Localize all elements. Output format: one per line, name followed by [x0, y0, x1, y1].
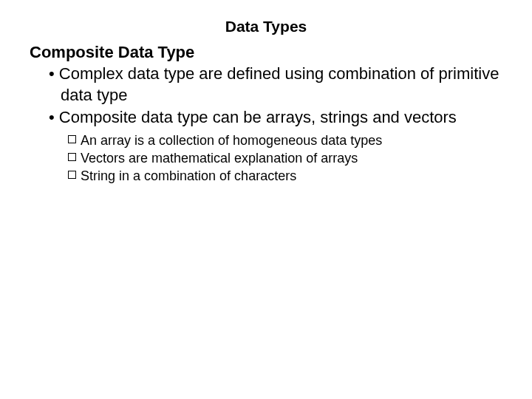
bullet-item: Composite data type can be arrays, strin… — [40, 107, 502, 129]
slide-title: Data Types — [30, 18, 502, 35]
sub-bullet-list: An array is a collection of homogeneous … — [68, 132, 502, 185]
square-bullet-icon — [68, 171, 76, 179]
sub-bullet-text: An array is a collection of homogeneous … — [81, 132, 382, 149]
sub-bullet-text: Vectors are mathematical explanation of … — [81, 149, 358, 167]
sub-bullet-item: An array is a collection of homogeneous … — [68, 132, 502, 149]
slide-subtitle: Composite Data Type — [30, 43, 502, 62]
sub-bullet-text: String in a combination of characters — [81, 167, 296, 185]
square-bullet-icon — [68, 153, 76, 161]
bullet-item: Complex data type are defined using comb… — [40, 64, 502, 106]
square-bullet-icon — [68, 135, 76, 143]
slide: Data Types Composite Data Type Complex d… — [0, 0, 532, 399]
bullet-list: Complex data type are defined using comb… — [30, 64, 502, 129]
sub-bullet-item: Vectors are mathematical explanation of … — [68, 149, 502, 167]
sub-bullet-item: String in a combination of characters — [68, 167, 502, 185]
